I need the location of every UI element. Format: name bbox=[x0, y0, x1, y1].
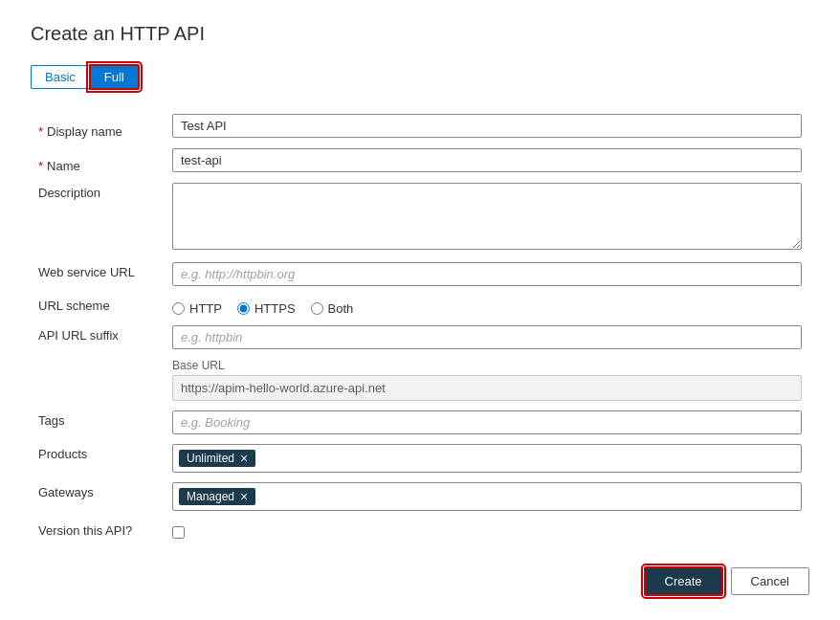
required-star-name: * bbox=[38, 159, 43, 173]
radio-http-label[interactable]: HTTP bbox=[172, 301, 222, 316]
web-service-url-row: Web service URL bbox=[31, 257, 809, 291]
tab-full[interactable]: Full bbox=[89, 64, 140, 90]
gateways-tag-input[interactable] bbox=[259, 490, 795, 504]
gateways-label: Gateways bbox=[38, 485, 94, 499]
web-service-url-input[interactable] bbox=[172, 262, 802, 286]
product-tag-unlimited-text: Unlimited bbox=[187, 452, 234, 465]
base-url-label: Base URL bbox=[172, 359, 802, 372]
url-scheme-row: URL scheme HTTP HTTPS Both bbox=[31, 291, 809, 321]
required-star-display-name: * bbox=[38, 124, 43, 139]
radio-http-text: HTTP bbox=[189, 301, 222, 316]
radio-both-label[interactable]: Both bbox=[311, 301, 354, 316]
name-input[interactable] bbox=[172, 148, 802, 172]
display-name-input[interactable] bbox=[172, 114, 802, 138]
radio-https-text: HTTPS bbox=[254, 301, 296, 316]
radio-both-text: Both bbox=[328, 301, 354, 316]
tab-row: Basic Full bbox=[31, 64, 809, 90]
product-tag-unlimited: Unlimited × bbox=[179, 450, 255, 467]
page-title: Create an HTTP API bbox=[31, 23, 809, 45]
products-row: Products Unlimited × bbox=[31, 439, 809, 477]
description-row: Description bbox=[31, 178, 809, 257]
display-name-row: * Display name bbox=[31, 109, 809, 144]
api-url-suffix-row: API URL suffix bbox=[31, 321, 809, 354]
gateway-tag-managed-text: Managed bbox=[187, 490, 234, 503]
display-name-label: Display name bbox=[47, 124, 122, 139]
base-url-row: Base URL https://apim-hello-world.azure-… bbox=[31, 354, 809, 406]
tab-basic[interactable]: Basic bbox=[31, 65, 89, 89]
radio-https[interactable] bbox=[237, 302, 250, 315]
version-checkbox[interactable] bbox=[172, 526, 185, 539]
web-service-url-label: Web service URL bbox=[38, 265, 135, 279]
radio-https-label[interactable]: HTTPS bbox=[237, 301, 296, 316]
api-url-suffix-input[interactable] bbox=[172, 325, 802, 349]
product-tag-unlimited-remove[interactable]: × bbox=[240, 452, 248, 465]
radio-http[interactable] bbox=[172, 302, 185, 315]
gateways-input-container[interactable]: Managed × bbox=[172, 482, 802, 511]
tags-input[interactable] bbox=[172, 410, 802, 434]
tags-label: Tags bbox=[38, 413, 64, 428]
name-label: Name bbox=[47, 159, 80, 173]
tags-row: Tags bbox=[31, 406, 809, 439]
gateway-tag-managed-remove[interactable]: × bbox=[240, 490, 248, 503]
api-url-suffix-label: API URL suffix bbox=[38, 328, 119, 343]
version-checkbox-row bbox=[172, 520, 802, 539]
version-row: Version this API? bbox=[31, 516, 809, 543]
cancel-button[interactable]: Cancel bbox=[731, 567, 809, 595]
version-label: Version this API? bbox=[38, 523, 132, 538]
create-button[interactable]: Create bbox=[644, 566, 723, 596]
products-input-container[interactable]: Unlimited × bbox=[172, 444, 802, 473]
gateways-row: Gateways Managed × bbox=[31, 477, 809, 516]
description-label: Description bbox=[38, 186, 100, 200]
products-label: Products bbox=[38, 447, 87, 461]
form-table: * Display name * Name Descripti bbox=[31, 109, 809, 543]
gateway-tag-managed: Managed × bbox=[179, 488, 255, 505]
url-scheme-label: URL scheme bbox=[38, 299, 110, 313]
name-row: * Name bbox=[31, 144, 809, 178]
base-url-value: https://apim-hello-world.azure-api.net bbox=[172, 375, 802, 401]
products-tag-input[interactable] bbox=[259, 452, 795, 466]
description-textarea[interactable] bbox=[172, 183, 802, 250]
radio-both[interactable] bbox=[311, 302, 323, 315]
footer-row: Create Cancel bbox=[31, 566, 809, 596]
url-scheme-group: HTTP HTTPS Both bbox=[172, 296, 802, 316]
